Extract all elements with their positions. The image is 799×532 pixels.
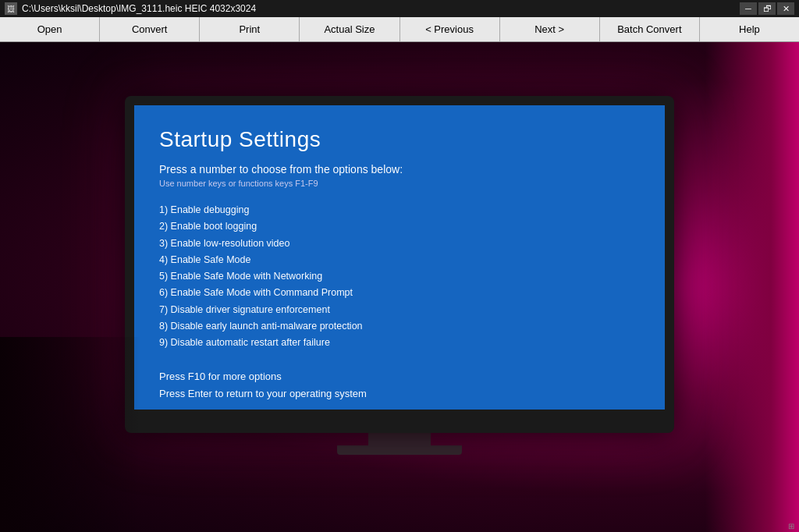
image-area: Startup Settings Press a number to choos…	[0, 42, 799, 532]
actual-size-button[interactable]: Actual Size	[300, 17, 400, 41]
option-3: 3) Enable low-resolution video	[159, 236, 640, 252]
screen-footer: Press F10 for more options Press Enter t…	[159, 368, 640, 403]
screen-subtitle: Press a number to choose from the option…	[159, 163, 640, 176]
previous-button[interactable]: < Previous	[400, 17, 500, 41]
footer-line-1: Press F10 for more options	[159, 368, 640, 385]
open-button[interactable]: Open	[0, 17, 100, 41]
option-4: 4) Enable Safe Mode	[159, 252, 640, 268]
footer-line-2: Press Enter to return to your operating …	[159, 385, 640, 403]
next-button[interactable]: Next >	[500, 17, 600, 41]
toolbar: Open Convert Print Actual Size < Previou…	[0, 17, 799, 42]
option-9: 9) Disable automatic restart after failu…	[159, 335, 640, 351]
option-5: 5) Enable Safe Mode with Networking	[159, 268, 640, 285]
status-bar: ⊞	[788, 522, 794, 530]
screen-content: Startup Settings Press a number to choos…	[134, 105, 665, 410]
title-bar: 🖼 C:\Users\kksil\Desktop\IMG_3111.heic H…	[0, 0, 799, 17]
minimize-button[interactable]: ─	[740, 2, 757, 15]
tv-stand	[125, 433, 674, 455]
right-glow	[705, 42, 799, 532]
screen-hint: Use number keys or functions keys F1-F9	[159, 179, 640, 188]
option-1: 1) Enable debugging	[159, 202, 640, 218]
close-button[interactable]: ✕	[777, 2, 794, 15]
restore-button[interactable]: 🗗	[758, 2, 776, 15]
option-8: 8) Disable early launch anti-malware pro…	[159, 318, 640, 335]
tv-container: Startup Settings Press a number to choos…	[125, 96, 674, 455]
left-silhouette	[0, 337, 140, 532]
stand-base	[337, 445, 462, 455]
option-6: 6) Enable Safe Mode with Command Prompt	[159, 285, 640, 301]
screen-options: 1) Enable debugging 2) Enable boot loggi…	[159, 202, 640, 351]
title-bar-text: C:\Users\kksil\Desktop\IMG_3111.heic HEI…	[22, 3, 735, 14]
convert-button[interactable]: Convert	[100, 17, 200, 41]
option-2: 2) Enable boot logging	[159, 218, 640, 235]
stand-neck	[368, 433, 431, 445]
app-icon: 🖼	[5, 2, 17, 15]
option-7: 7) Disable driver signature enforcement	[159, 302, 640, 318]
window-controls: ─ 🗗 ✕	[740, 2, 794, 15]
help-button[interactable]: Help	[700, 17, 799, 41]
batch-convert-button[interactable]: Batch Convert	[600, 17, 700, 41]
tv-bezel: Startup Settings Press a number to choos…	[125, 96, 674, 433]
tv-screen: Startup Settings Press a number to choos…	[134, 105, 665, 410]
print-button[interactable]: Print	[200, 17, 300, 41]
screen-title: Startup Settings	[159, 127, 640, 152]
